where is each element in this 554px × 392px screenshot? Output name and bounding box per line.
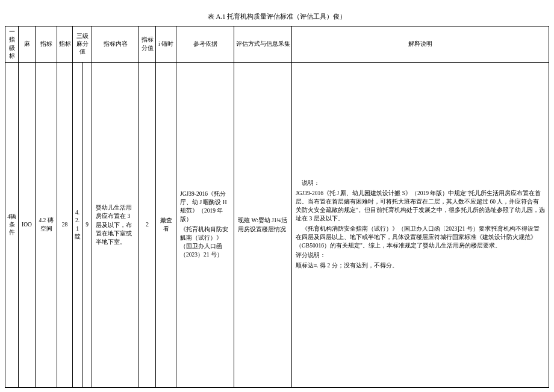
cell-timing: 嫩査看 xyxy=(156,63,176,388)
header-method: 评估方式与信息釆集 xyxy=(234,26,292,63)
header-level2-value: 指标 xyxy=(57,26,73,63)
cell-level1-value: IOO xyxy=(19,63,36,388)
header-item-value: 指标分值 xyxy=(139,26,156,63)
header-level2: 指标 xyxy=(36,26,57,63)
cell-level2-value: 28 xyxy=(57,63,73,388)
header-reference: 参考依据 xyxy=(176,26,234,63)
cell-level1: 4辆条件 xyxy=(5,63,19,388)
explain-p3: 顺标达≡. 得 2 分；没有达到，不得分。 xyxy=(296,261,545,270)
header-timing: i 锚时 xyxy=(156,26,176,63)
header-row: 一指级标 麻 指标 指标 三级麻分值 指标内容 指标分值 i 锚时 参考依据 评… xyxy=(5,26,549,63)
table-title: 表 A.1 托育机构质量评估标准（评估工具）俊） xyxy=(5,12,549,21)
header-level3: 三级麻分值 xyxy=(73,26,92,63)
explain-p1: JGJ39-2016《托 J 厮、幼儿园建筑设计搬 S》（2019 年版）中规定… xyxy=(296,189,545,223)
cell-item-value: 2 xyxy=(139,63,156,388)
table-row: 4辆条件 IOO 4.2 磚空间 28 4.2.1 靛 9 婴幼儿生活用房应布置… xyxy=(5,63,549,388)
reference-p1: JGJ39-2016《托分厅、幼 J 咽酶设 H 规范》（2019 年版） xyxy=(180,190,230,224)
evaluation-table: 一指级标 麻 指标 指标 三级麻分值 指标内容 指标分值 i 锚时 参考依据 评… xyxy=(5,26,549,388)
explain-label-2: 评分说明： xyxy=(296,251,545,260)
header-level1: 一指级标 xyxy=(5,26,19,63)
cell-level3-value: 9 xyxy=(82,63,92,388)
cell-content: 婴幼儿生活用房应布置在 3 层及以下，布置在地下室或半地下室。 xyxy=(92,63,139,388)
explain-label-1: 说明： xyxy=(296,179,545,187)
cell-method: 现殖 W:婴幼 J1¾活用房设置楼层情况 xyxy=(234,63,292,388)
header-content: 指标内容 xyxy=(92,26,139,63)
explain-p2: 《托育机构消防安全指南（试行）》（国卫办人口函〔2023]21 号）要求'托育机… xyxy=(296,225,545,250)
header-level1-value: 麻 xyxy=(19,26,36,63)
cell-explain: 说明： JGJ39-2016《托 J 厮、幼儿园建筑设计搬 S》（2019 年版… xyxy=(292,63,549,388)
reference-p2: 《托育机枸肖防安觚南（试行）》（国卫办人口函（2023）21 号） xyxy=(180,225,230,260)
cell-level2: 4.2 磚空间 xyxy=(36,63,57,388)
cell-reference: JGJ39-2016《托分厅、幼 J 咽酶设 H 规范》（2019 年版） 《托… xyxy=(176,63,234,388)
header-explain: 解释说明 xyxy=(292,26,549,63)
cell-level3: 4.2.1 靛 xyxy=(73,63,82,388)
